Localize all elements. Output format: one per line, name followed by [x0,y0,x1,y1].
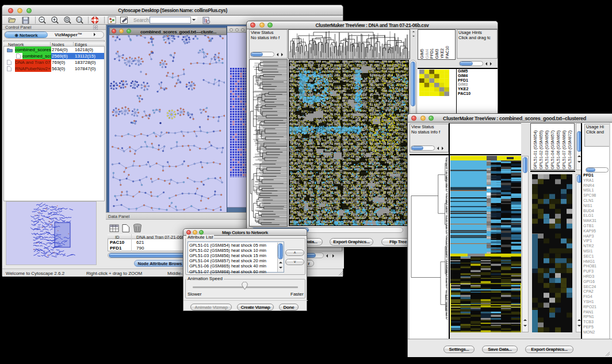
svg-text:1:1: 1:1 [77,18,81,21]
